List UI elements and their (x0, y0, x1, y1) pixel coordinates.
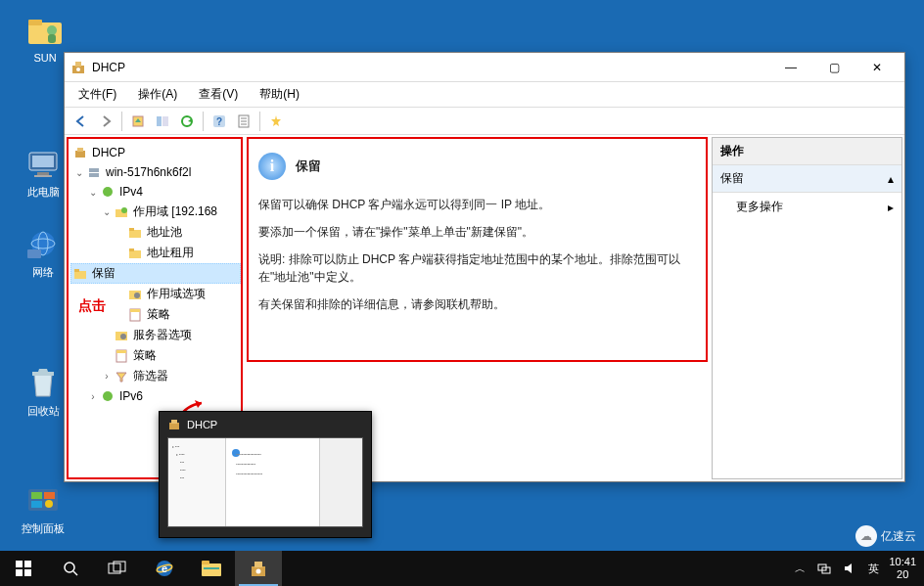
expand-icon[interactable]: › (100, 371, 114, 382)
folder-icon (127, 225, 143, 241)
tree-filters[interactable]: ›筛选器 (70, 366, 241, 386)
svg-rect-54 (171, 420, 177, 424)
tray-network-icon[interactable] (815, 562, 833, 575)
folder-icon (72, 266, 88, 282)
refresh-button[interactable] (176, 111, 198, 132)
taskbar: e ︿ 英 10:41 20 (0, 551, 924, 586)
svg-point-37 (121, 207, 127, 213)
svg-rect-57 (16, 569, 23, 576)
svg-rect-41 (129, 248, 134, 251)
svg-rect-68 (204, 567, 219, 569)
svg-point-20 (76, 68, 80, 71)
watermark-logo-icon: ☁ (855, 525, 877, 547)
collapse-icon[interactable]: ⌄ (100, 206, 114, 217)
content-paragraph: 有关保留和排除的详细信息，请参阅联机帮助。 (258, 295, 692, 313)
tree-root-dhcp[interactable]: DHCP (70, 143, 241, 162)
tree-ipv6[interactable]: ›IPv6 (70, 386, 241, 406)
titlebar[interactable]: DHCP — ▢ ✕ (65, 53, 904, 82)
svg-rect-56 (24, 561, 31, 567)
network-icon (25, 227, 61, 262)
svg-rect-3 (48, 34, 56, 43)
tray-clock[interactable]: 10:41 20 (889, 556, 916, 581)
actions-panel: 操作 保留▴ 更多操作▸ (712, 137, 902, 479)
svg-rect-58 (24, 569, 31, 576)
tray-date: 20 (889, 568, 916, 581)
svg-rect-47 (130, 309, 140, 312)
collapse-icon[interactable]: ⌄ (86, 187, 100, 198)
svg-point-52 (103, 391, 113, 401)
svg-point-59 (65, 563, 74, 572)
svg-point-49 (120, 334, 126, 339)
svg-point-71 (256, 569, 261, 574)
taskbar-preview[interactable]: DHCP ▸ ▪▪▪ ▸ ▪▪▪▪ ▪▪▪ ▪▪▪▪ ▪▪▪ ▪▪▪▪▪▪▪▪▪… (159, 411, 372, 538)
tree-ipv4[interactable]: ⌄IPv4 (70, 182, 241, 202)
dhcp-app-icon (167, 418, 181, 431)
content-paragraph: 保留可以确保 DHCP 客户端永远可以得到同一 IP 地址。 (258, 196, 692, 213)
expand-icon[interactable]: › (86, 391, 100, 402)
taskbar-dhcp[interactable] (235, 551, 282, 586)
svg-rect-42 (74, 271, 86, 279)
svg-rect-23 (162, 116, 168, 126)
taskview-button[interactable] (94, 551, 141, 586)
menu-view[interactable]: 查看(V) (195, 84, 242, 105)
actions-header: 操作 (713, 138, 901, 165)
tray-chevron-icon[interactable]: ︿ (793, 562, 808, 576)
desktop-icon-controlpanel[interactable]: 控制面板 (14, 483, 72, 536)
forward-button[interactable] (95, 111, 116, 132)
taskbar-explorer[interactable] (188, 551, 235, 586)
svg-rect-7 (34, 175, 52, 177)
help-button[interactable]: ? (208, 111, 230, 132)
tree-address-pool[interactable]: 地址池 (70, 222, 241, 243)
start-button[interactable] (0, 551, 47, 586)
actions-more[interactable]: 更多操作▸ (713, 193, 901, 221)
svg-rect-22 (157, 116, 162, 126)
menu-file[interactable]: 文件(F) (74, 84, 120, 105)
tray-ime[interactable]: 英 (866, 562, 881, 576)
watermark: ☁ 亿速云 (855, 525, 916, 547)
properties-button[interactable] (233, 111, 254, 132)
svg-rect-11 (27, 249, 41, 258)
close-button[interactable]: ✕ (855, 53, 899, 82)
up-button[interactable] (127, 111, 149, 132)
tray-volume-icon[interactable] (841, 562, 858, 575)
svg-point-35 (103, 187, 113, 197)
taskbar-ie[interactable]: e (141, 551, 188, 586)
menu-help[interactable]: 帮助(H) (255, 84, 303, 105)
menu-action[interactable]: 操作(A) (134, 84, 181, 105)
tree-leases[interactable]: 地址租用 (70, 243, 241, 263)
collapse-icon[interactable]: ⌄ (72, 167, 86, 178)
watermark-text: 亿速云 (881, 528, 916, 545)
search-button[interactable] (47, 551, 94, 586)
desktop-icon-label: 控制面板 (14, 521, 72, 536)
tree-server-policies[interactable]: 策略 (70, 345, 241, 366)
maximize-button[interactable]: ▢ (812, 53, 855, 82)
svg-rect-70 (254, 562, 262, 567)
back-button[interactable] (70, 111, 92, 132)
svg-rect-38 (129, 230, 141, 238)
content-paragraph: 要添加一个保留，请在"操作"菜单上单击"新建保留"。 (258, 223, 692, 241)
new-button[interactable] (265, 111, 287, 132)
svg-rect-19 (75, 62, 81, 67)
svg-line-60 (73, 571, 77, 575)
tree-server-options[interactable]: 服务器选项 (70, 325, 241, 345)
svg-rect-67 (202, 561, 209, 564)
scope-icon (114, 204, 129, 220)
svg-rect-34 (89, 173, 99, 177)
svg-rect-0 (28, 23, 62, 44)
window-title: DHCP (92, 61, 125, 74)
show-hide-button[interactable] (152, 111, 173, 132)
policy-icon (127, 307, 143, 323)
folder-icon (27, 14, 63, 49)
svg-rect-14 (31, 492, 42, 499)
tray-time: 10:41 (889, 556, 916, 568)
options-icon (127, 287, 143, 302)
svg-rect-5 (32, 156, 54, 167)
svg-rect-43 (74, 269, 79, 272)
tree-server[interactable]: ⌄win-517h6nk6f2l (70, 162, 241, 182)
minimize-button[interactable]: — (769, 53, 812, 82)
content-paragraph: 说明: 排除可以防止 DHCP 客户端获得指定地址范围中的某个地址。排除范围可以… (258, 250, 692, 286)
tree-reservations[interactable]: 保留 (70, 263, 241, 284)
tree-scope[interactable]: ⌄作用域 [192.168 (70, 202, 241, 222)
actions-subsection[interactable]: 保留▴ (713, 165, 901, 193)
svg-rect-55 (16, 561, 23, 567)
